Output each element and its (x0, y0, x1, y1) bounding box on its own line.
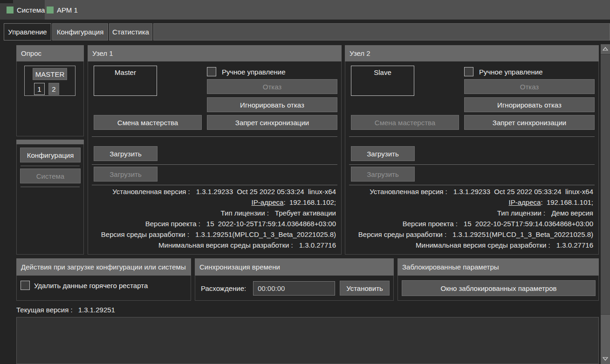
node-2-panel-header: Узел 2 (345, 45, 599, 61)
log-output-area[interactable] (16, 317, 599, 364)
node-2-change-master-button[interactable]: Смена мастерства (351, 115, 459, 130)
master-button[interactable]: MASTER (33, 68, 67, 80)
node-2-load-config-button[interactable]: Загрузить (351, 146, 415, 161)
arm1-status-indicator-icon (47, 7, 54, 13)
node-1-panel-title: Узел 1 (92, 49, 113, 57)
panel-locked-params: Заблокированные параметры Окно заблокиро… (398, 258, 599, 276)
node-1-role-label: Master (115, 68, 136, 95)
scrollbar-thumb[interactable] (601, 54, 610, 315)
node-1-change-master-button[interactable]: Смена мастерства (94, 115, 202, 130)
node-2-sync-ban-button[interactable]: Запрет синхронизации (464, 115, 595, 130)
node-1-select-button[interactable]: 1 (34, 83, 45, 95)
project-version-value: 15 2022-10-25T17:59:14.0364868+03:00 (206, 220, 336, 228)
titlebar: Система АРМ 1 (0, 0, 610, 20)
locked-params-panel-header: Заблокированные параметры (398, 258, 599, 276)
delete-hot-restart-label: Удалить данные горячего рестарта (34, 281, 148, 290)
set-time-button[interactable]: Установить (340, 281, 390, 296)
tab-statistika[interactable]: Статистика (109, 23, 152, 40)
node-2-installed-version-line: Установленная версия :1.3.1.29233 Oct 25… (349, 188, 593, 198)
node-2-fail-button[interactable]: Отказ (464, 79, 595, 94)
node-2-min-ide-version-line: Минимальная версия среды разработки :1.3… (349, 241, 593, 252)
locked-params-window-button[interactable]: Окно заблокированных параметров (402, 280, 596, 296)
ip-addresses-link[interactable]: IP-адреса (509, 198, 541, 206)
node-2-ide-version-line: Версия среды разработки :1.3.1.29251(MPL… (349, 230, 593, 241)
min-ide-version-label: Минимальная версия среды разработки : (158, 241, 293, 249)
node-2-license-line: Тип лицензии :Демо версия (349, 209, 593, 220)
node-2-project-version-line: Версия проекта :15 2022-10-25T17:59:14.0… (349, 220, 593, 230)
panel-node-1: Узел 1 Master Ручное управление Отказ Иг… (88, 45, 342, 61)
installed-version-value: 1.3.1.29233 Oct 25 2022 05:33:24 linux-x… (453, 188, 593, 195)
load-actions-panel-body: Удалить данные горячего рестарта (16, 276, 191, 301)
node-1-load-config-button[interactable]: Загрузить (94, 146, 158, 161)
current-version-value: 1.3.1.29251 (78, 306, 115, 314)
titlebar-system-label: Система (17, 6, 45, 14)
configuration-button[interactable]: Конфигурация (20, 148, 81, 162)
node-1-project-version-line: Версия проекта :15 2022-10-25T17:59:14.0… (92, 220, 336, 230)
node-1-ignore-fail-button[interactable]: Игнорировать отказ (207, 97, 337, 112)
node-1-fail-button[interactable]: Отказ (207, 79, 337, 94)
license-type-label: Тип лицензии : (221, 209, 269, 217)
node-2-load-system-button[interactable]: Загрузить (351, 167, 415, 182)
time-sync-panel-title: Синхронизация времени (199, 263, 280, 271)
node-2-panel-title: Узел 2 (350, 49, 370, 57)
current-version-label: Текущая версия : (16, 306, 73, 314)
separator (21, 187, 80, 187)
node-1-info-block: Установленная версия :1.3.1.29233 Oct 25… (92, 188, 336, 252)
divergence-label: Расхождение: (201, 276, 246, 301)
scroll-down-button[interactable] (601, 354, 610, 363)
delete-hot-restart-checkbox[interactable] (21, 281, 30, 290)
min-ide-version-label: Минимальная версия среды разработки : (416, 241, 550, 249)
separator (349, 136, 595, 137)
node-1-panel-body: Master Ручное управление Отказ Игнориров… (88, 61, 342, 255)
left-actions-panel-body: Конфигурация Система (16, 144, 84, 255)
node-1-load-system-button[interactable]: Загрузить (94, 167, 158, 182)
opros-panel-header: Опрос (16, 45, 84, 61)
opros-panel-body: MASTER 1 2 (16, 61, 84, 136)
panel-left-actions: Конфигурация Система (16, 140, 84, 144)
node-1-license-line: Тип лицензии :Требует активации (92, 209, 336, 220)
node-2-manual-control-label: Ручное управление (479, 67, 543, 76)
node-1-installed-version-line: Установленная версия :1.3.1.29233 Oct 25… (92, 188, 336, 198)
titlebar-arm1-label: АРМ 1 (57, 6, 78, 14)
master-group-box: MASTER 1 2 (24, 66, 75, 96)
tab-konfiguratsiya[interactable]: Конфигурация (52, 23, 108, 40)
vertical-scrollbar[interactable] (601, 44, 610, 364)
scroll-down-icon (603, 357, 608, 361)
min-ide-version-value: 1.3.0.27716 (299, 241, 336, 249)
scroll-up-icon (603, 47, 608, 51)
locked-params-panel-body: Окно заблокированных параметров (398, 276, 599, 301)
tab-konfiguratsiya-label: Конфигурация (57, 28, 104, 36)
license-type-value: Требует активации (275, 209, 336, 217)
system-status-indicator-icon (7, 7, 14, 13)
panel-load-actions: Действия при загрузке конфигурации или с… (16, 258, 191, 276)
node-1-manual-control-label: Ручное управление (222, 67, 286, 76)
tab-row-filler (153, 23, 610, 40)
node-2-ignore-fail-button[interactable]: Игнорировать отказ (464, 97, 595, 112)
scroll-up-button[interactable] (601, 44, 610, 53)
ide-version-value: 1.3.1.29251(MPLCD_1_3_Beta_20221025.8) (195, 230, 336, 238)
app-window: Система АРМ 1 Управление Конфигурация Ст… (0, 0, 610, 364)
opros-panel-title: Опрос (21, 49, 41, 57)
panel-node-2: Узел 2 Slave Ручное управление Отказ Игн… (345, 45, 599, 61)
node-1-min-ide-version-line: Минимальная версия среды разработки :1.3… (92, 241, 336, 252)
divergence-input[interactable] (253, 281, 335, 296)
ip-addresses-value: : 192.168.1.101; (541, 198, 593, 206)
ip-addresses-value: : 192.168.1.102; (283, 198, 336, 206)
ip-addresses-link[interactable]: IP-адреса (252, 198, 284, 206)
node-2-manual-control-checkbox[interactable] (464, 67, 473, 76)
node-2-select-button[interactable]: 2 (48, 83, 59, 95)
system-button[interactable]: Система (20, 169, 81, 183)
time-sync-panel-header: Синхронизация времени (195, 258, 394, 276)
project-version-label: Версия проекта : (403, 220, 458, 228)
separator (349, 164, 595, 165)
node-1-ide-version-line: Версия среды разработки :1.3.1.29251(MPL… (92, 230, 336, 241)
node-1-role-box: Master (94, 66, 157, 96)
node-1-sync-ban-button[interactable]: Запрет синхронизации (207, 115, 337, 130)
node-1-manual-control-checkbox[interactable] (207, 67, 216, 76)
project-version-value: 15 2022-10-25T17:59:14.0364868+03:00 (464, 220, 593, 228)
titlebar-item-system[interactable]: Система (7, 0, 45, 20)
tab-upravlenie[interactable]: Управление (4, 23, 51, 40)
titlebar-item-arm1[interactable]: АРМ 1 (47, 0, 78, 20)
separator (349, 185, 595, 185)
locked-params-panel-title: Заблокированные параметры (402, 263, 499, 271)
